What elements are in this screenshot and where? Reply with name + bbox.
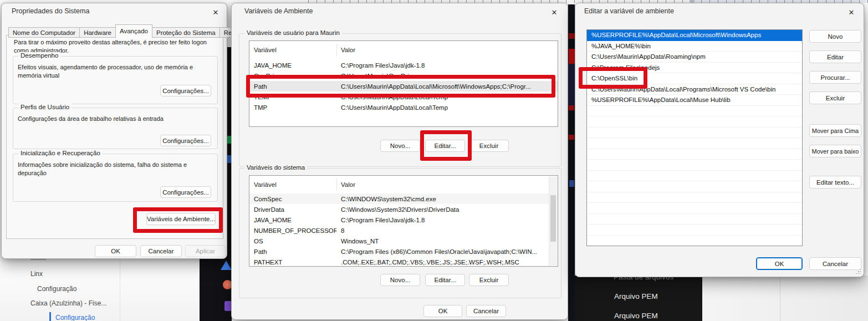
dialog-title: Variáveis de Ambiente bbox=[244, 7, 313, 15]
list-item[interactable]: C:\Program Files\nodejs bbox=[587, 63, 802, 74]
user-variables-table: Variável Valor JAVA_HOMEC:\Program Files… bbox=[249, 40, 558, 127]
file-explorer-background-light bbox=[702, 276, 868, 321]
group-label: Inicialização e Recuperação bbox=[18, 150, 103, 156]
table-row[interactable]: TEMPC:\Users\Maurin\AppData\Local\Temp bbox=[249, 91, 558, 102]
table-header: Variável Valor bbox=[249, 41, 558, 59]
list-item-empty[interactable] bbox=[587, 128, 802, 139]
table-row[interactable]: JAVA_HOMEC:\Program Files\Java\jdk-1.8 bbox=[249, 215, 558, 225]
list-item[interactable]: %JAVA_HOME%\bin bbox=[587, 41, 802, 52]
apply-button[interactable]: Aplicar bbox=[185, 245, 226, 257]
cancel-button[interactable]: Cancelar bbox=[140, 245, 182, 257]
background-navy-fragment bbox=[568, 64, 575, 105]
list-item[interactable]: %USERPROFILE%\AppData\Local\Muse Hub\lib bbox=[587, 95, 802, 106]
delete-button[interactable]: Excluir bbox=[809, 91, 861, 104]
close-icon[interactable]: ✕ bbox=[549, 7, 560, 18]
group-desempenho: Desempenho Efeitos visuais, agendamento … bbox=[13, 56, 218, 104]
list-item-empty[interactable] bbox=[587, 106, 802, 117]
close-icon[interactable]: ✕ bbox=[846, 7, 857, 18]
table-row[interactable]: PATHEXT.COM;.EXE;.BAT;.CMD;.VBS;.VBE;.JS… bbox=[249, 257, 558, 267]
background-red-fragment bbox=[569, 33, 575, 39]
ok-button[interactable]: OK bbox=[95, 245, 136, 257]
list-item-empty[interactable] bbox=[587, 225, 802, 236]
list-item[interactable]: C:\Users\Maurin\AppData\Roaming\npm bbox=[587, 52, 802, 63]
column-header-variavel[interactable]: Variável bbox=[254, 176, 277, 193]
ok-button[interactable]: OK bbox=[756, 257, 803, 270]
column-header-valor[interactable]: Valor bbox=[341, 41, 355, 59]
environment-variables-dialog: Variáveis de Ambiente ✕ Variáveis de usu… bbox=[231, 3, 568, 320]
sidebar-item-caixa[interactable]: Caixa (Azulzinha) - Fise... bbox=[30, 299, 106, 307]
column-divider[interactable] bbox=[336, 179, 337, 191]
tab-nome-do-computador[interactable]: Nome do Computador bbox=[8, 27, 80, 38]
list-item-empty[interactable] bbox=[587, 149, 802, 160]
system-variables-table: Variável Valor ComSpecC:\WINDOWS\system3… bbox=[249, 175, 558, 267]
dialog-title: Editar a variável de ambiente bbox=[584, 7, 674, 15]
system-new-button[interactable]: Novo... bbox=[380, 274, 420, 286]
startup-settings-button[interactable]: Configurações... bbox=[160, 186, 211, 198]
new-button[interactable]: Novo bbox=[809, 30, 861, 43]
drive-triangle-icon bbox=[221, 261, 232, 270]
file-type-label: Arquivo PEM bbox=[614, 312, 658, 320]
list-item-empty[interactable] bbox=[587, 160, 802, 171]
list-item-empty[interactable] bbox=[587, 214, 802, 225]
list-item-empty[interactable] bbox=[587, 116, 802, 128]
move-down-button[interactable]: Mover para baixo bbox=[809, 145, 861, 157]
table-row[interactable]: TMPC:\Users\Maurin\AppData\Local\Temp bbox=[249, 102, 558, 113]
user-new-button[interactable]: Novo... bbox=[380, 140, 420, 152]
close-icon[interactable]: ✕ bbox=[210, 7, 221, 18]
table-header: Variável Valor bbox=[249, 176, 558, 193]
list-item-empty[interactable] bbox=[587, 192, 802, 203]
group-label: Variáveis de usuário para Maurin bbox=[244, 29, 342, 36]
system-edit-button[interactable]: Editar... bbox=[425, 274, 465, 286]
table-row[interactable]: PathC:\Program Files (x86)\Common Files\… bbox=[249, 246, 558, 257]
list-item-empty[interactable] bbox=[587, 236, 802, 247]
list-item-empty[interactable] bbox=[587, 181, 802, 192]
table-row[interactable]: ComSpecC:\WINDOWS\system32\cmd.exe bbox=[249, 193, 558, 204]
cancel-button[interactable]: Cancelar bbox=[466, 305, 506, 317]
list-item-empty[interactable] bbox=[587, 203, 802, 214]
table-row[interactable]: NUMBER_OF_PROCESSORS8 bbox=[249, 225, 558, 236]
file-type-label: Arquivo PEM bbox=[614, 292, 658, 300]
column-header-variavel[interactable]: Variável bbox=[254, 41, 277, 59]
environment-variables-button[interactable]: Variáveis de Ambiente... bbox=[146, 213, 216, 225]
sidebar-item-linx[interactable]: Linx bbox=[30, 270, 43, 278]
performance-settings-button[interactable]: Configurações... bbox=[160, 85, 211, 96]
list-item[interactable]: C:\Users\Maurin\AppData\Local\Programs\M… bbox=[587, 84, 802, 95]
user-profiles-settings-button[interactable]: Configurações... bbox=[160, 135, 211, 146]
table-row[interactable]: DriverDataC:\Windows\System32\Drivers\Dr… bbox=[249, 204, 558, 215]
ok-button[interactable]: OK bbox=[423, 305, 462, 317]
cancel-button[interactable]: Cancelar bbox=[809, 257, 861, 270]
tab-protecao-do-sistema[interactable]: Proteção do Sistema bbox=[152, 27, 220, 38]
column-header-valor[interactable]: Valor bbox=[341, 176, 355, 193]
table-row[interactable]: JAVA_HOMEC:\Program Files\Java\jdk-1.8 bbox=[249, 60, 558, 70]
table-row[interactable]: OneDriveC:\Users\Maurin\OneDrive bbox=[249, 70, 558, 81]
background-docs-panel bbox=[0, 258, 200, 321]
column-divider[interactable] bbox=[336, 44, 337, 56]
sidebar-item-configuracao[interactable]: Configuração bbox=[37, 285, 76, 293]
list-item-selected[interactable]: %USERPROFILE%\AppData\Local\Microsoft\Wi… bbox=[587, 30, 802, 41]
group-label: Variáveis do sistema bbox=[244, 164, 307, 171]
background-red-fragment bbox=[569, 49, 575, 64]
tab-avancado[interactable]: Avançado bbox=[115, 24, 152, 38]
tab-hardware[interactable]: Hardware bbox=[79, 27, 116, 38]
list-item-openssl[interactable]: C:\OpenSSL\bin bbox=[587, 73, 802, 84]
table-row[interactable]: OSWindows_NT bbox=[249, 236, 558, 246]
background-blue-fragment bbox=[569, 180, 574, 187]
edit-text-button[interactable]: Editar texto... bbox=[809, 176, 861, 188]
scrollbar[interactable] bbox=[549, 176, 557, 266]
move-up-button[interactable]: Mover para Cima bbox=[809, 124, 861, 137]
edit-button[interactable]: Editar bbox=[809, 50, 861, 63]
dialog-title: Propriedades do Sistema bbox=[12, 7, 89, 15]
scrollbar-thumb[interactable] bbox=[550, 195, 556, 242]
user-edit-button[interactable]: Editar... bbox=[425, 140, 465, 152]
sidebar-item-configuracao-active[interactable]: Configuração bbox=[55, 314, 95, 321]
user-delete-button[interactable]: Excluir bbox=[469, 140, 509, 152]
path-entries-list: %USERPROFILE%\AppData\Local\Microsoft\Wi… bbox=[586, 29, 803, 246]
group-perfis-de-usuario: Perfis de Usuário Configurações da área … bbox=[13, 108, 218, 149]
list-item-empty[interactable] bbox=[587, 171, 802, 182]
group-label: Perfis de Usuário bbox=[18, 104, 72, 110]
background-red-fragment bbox=[569, 135, 574, 140]
table-row-path-selected[interactable]: PathC:\Users\Maurin\AppData\Local\Micros… bbox=[249, 81, 558, 91]
list-item-empty[interactable] bbox=[587, 138, 802, 149]
browse-button[interactable]: Procurar... bbox=[809, 71, 861, 84]
system-delete-button[interactable]: Excluir bbox=[469, 274, 509, 286]
